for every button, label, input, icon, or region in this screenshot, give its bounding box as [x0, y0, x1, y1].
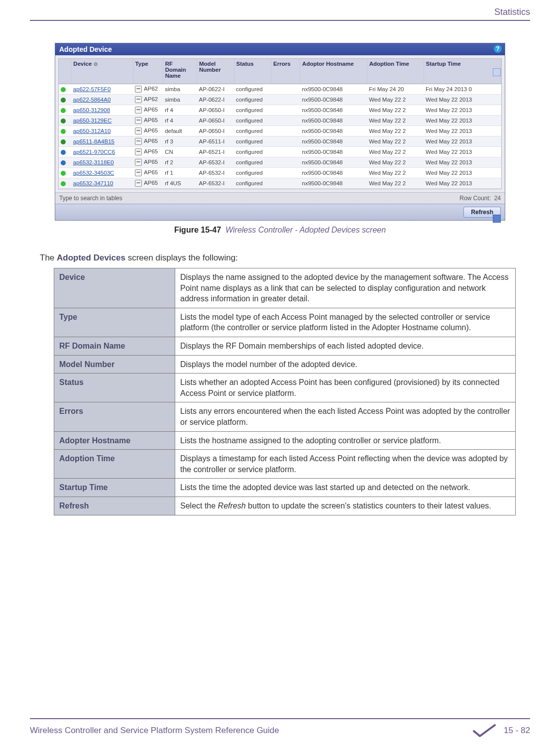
header-rule: [30, 20, 530, 21]
device-type-icon: [135, 169, 142, 176]
desc-definition: Select the Refresh button to update the …: [175, 497, 516, 515]
device-link[interactable]: ap6532-3118E0: [71, 157, 133, 168]
status-text-cell: configured: [234, 116, 271, 126]
row-count-label: Row Count:: [459, 195, 491, 202]
desc-term: Errors: [54, 402, 175, 431]
status-dot-icon: [61, 119, 66, 124]
model-cell: AP-0622-I: [197, 95, 234, 105]
desc-row: Startup TimeLists the time the adopted d…: [54, 479, 516, 497]
status-text-cell: configured: [234, 168, 271, 178]
errors-cell: [271, 136, 300, 147]
description-table: DeviceDisplays the name assigned to the …: [54, 268, 516, 515]
rf-cell: rf 1: [163, 168, 197, 178]
desc-definition: Displays the model number of the adopted…: [175, 355, 516, 374]
desc-term: Refresh: [54, 497, 175, 515]
table-row[interactable]: ap6532-347110AP65rf 4USAP-6532-Iconfigur…: [59, 178, 501, 189]
desc-row: DeviceDisplays the name assigned to the …: [54, 268, 516, 308]
type-cell: AP65: [133, 126, 163, 136]
col-startup-time[interactable]: Startup Time: [424, 59, 501, 84]
type-cell: AP65: [133, 105, 163, 116]
status-cell: [59, 95, 71, 105]
errors-cell: [271, 105, 300, 116]
lead-em: Adopted Devices: [57, 253, 125, 262]
start-time-cell: Wed May 22 2013: [424, 178, 501, 189]
footer-guide-title: Wireless Controller and Service Platform…: [30, 726, 279, 736]
adopt-time-cell: Wed May 22 2: [367, 178, 424, 189]
col-type[interactable]: Type: [133, 59, 163, 84]
footer-page-number: 15 - 82: [504, 726, 530, 736]
search-input[interactable]: Type to search in tables: [59, 195, 122, 202]
figure-screenshot: Adopted Device ?: [55, 43, 505, 235]
status-cell: [59, 147, 71, 157]
start-time-cell: Wed May 22 2013: [424, 168, 501, 178]
status-dot-icon: [61, 98, 66, 103]
errors-cell: [271, 168, 300, 178]
model-cell: AP-0650-I: [197, 105, 234, 116]
table-row[interactable]: ap6511-8A4B15AP65rf 3AP-6511-Iconfigured…: [59, 136, 501, 147]
table-row[interactable]: ap650-3129ECAP65rf 4AP-0650-Iconfiguredn…: [59, 116, 501, 126]
status-dot-icon: [61, 87, 66, 92]
desc-term: Adoption Time: [54, 450, 175, 479]
scrollbar[interactable]: [493, 68, 500, 223]
col-adoptor-hostname[interactable]: Adoptor Hostname: [300, 59, 367, 84]
device-link[interactable]: ap6511-8A4B15: [71, 136, 133, 147]
col-rf-domain[interactable]: RF Domain Name: [163, 59, 197, 84]
table-row[interactable]: ap6521-970CC6AP65CNAP-6521-Iconfigurednx…: [59, 147, 501, 157]
col-adoption-time[interactable]: Adoption Time: [367, 59, 424, 84]
col-device[interactable]: Device⊙: [71, 59, 133, 84]
col-errors[interactable]: Errors: [271, 59, 300, 84]
device-link[interactable]: ap622-57F5F0: [71, 84, 133, 95]
status-text-cell: configured: [234, 126, 271, 136]
table-row[interactable]: ap6532-3118E0AP65rf 2AP-6532-Iconfigured…: [59, 157, 501, 168]
device-link[interactable]: ap650-312A10: [71, 126, 133, 136]
host-cell: nx9500-0C9848: [300, 147, 367, 157]
lead-pre: The: [40, 253, 57, 262]
type-cell: AP65: [133, 147, 163, 157]
col-model-number[interactable]: Model Number: [197, 59, 234, 84]
device-link[interactable]: ap6521-970CC6: [71, 147, 133, 157]
rf-cell: CN: [163, 147, 197, 157]
host-cell: nx9500-0C9848: [300, 136, 367, 147]
desc-row: Adopter HostnameLists the hostname assig…: [54, 431, 516, 450]
desc-term: Device: [54, 268, 175, 308]
desc-row: ErrorsLists any errors encountered when …: [54, 402, 516, 431]
device-type-icon: [135, 180, 142, 187]
start-time-cell: Fri May 24 2013 0: [424, 84, 501, 95]
help-icon[interactable]: ?: [494, 45, 502, 53]
page-footer: Wireless Controller and Service Platform…: [30, 718, 530, 738]
header-section: Statistics: [494, 7, 530, 17]
adopt-time-cell: Wed May 22 2: [367, 126, 424, 136]
col-device-label: Device: [73, 61, 92, 67]
sort-icon: ⊙: [94, 61, 98, 67]
desc-definition: Displays a timestamp for each listed Acc…: [175, 450, 516, 479]
start-time-cell: Wed May 22 2013: [424, 116, 501, 126]
table-row[interactable]: ap622-5864A0AP62simbaAP-0622-Iconfigured…: [59, 95, 501, 105]
desc-term: Model Number: [54, 355, 175, 374]
rf-cell: default: [163, 126, 197, 136]
status-dot-icon: [61, 171, 66, 176]
device-link[interactable]: ap650-312908: [71, 105, 133, 116]
table-row[interactable]: ap650-312A10AP65defaultAP-0650-Iconfigur…: [59, 126, 501, 136]
figure-label: Figure 15-47: [174, 226, 221, 234]
table-row[interactable]: ap650-312908AP65rf 4AP-0650-Iconfiguredn…: [59, 105, 501, 116]
scroll-down-icon[interactable]: [493, 215, 501, 223]
col-status[interactable]: Status: [234, 59, 271, 84]
model-cell: AP-6532-I: [197, 168, 234, 178]
device-link[interactable]: ap6532-347110: [71, 178, 133, 189]
status-cell: [59, 126, 71, 136]
rf-cell: rf 4US: [163, 178, 197, 189]
device-link[interactable]: ap650-3129EC: [71, 116, 133, 126]
type-cell: AP62: [133, 84, 163, 95]
col-status-dot[interactable]: [59, 59, 71, 84]
status-dot-icon: [61, 181, 66, 186]
device-link[interactable]: ap622-5864A0: [71, 95, 133, 105]
scroll-up-icon[interactable]: [493, 68, 501, 76]
device-link[interactable]: ap6532-34503C: [71, 168, 133, 178]
table-row[interactable]: ap622-57F5F0AP62simbaAP-0622-Iconfigured…: [59, 84, 501, 95]
type-cell: AP65: [133, 116, 163, 126]
status-text-cell: configured: [234, 147, 271, 157]
status-text-cell: configured: [234, 157, 271, 168]
desc-definition: Lists the hostname assigned to the adopt…: [175, 431, 516, 450]
table-row[interactable]: ap6532-34503CAP65rf 1AP-6532-Iconfigured…: [59, 168, 501, 178]
device-type-icon: [135, 127, 142, 134]
